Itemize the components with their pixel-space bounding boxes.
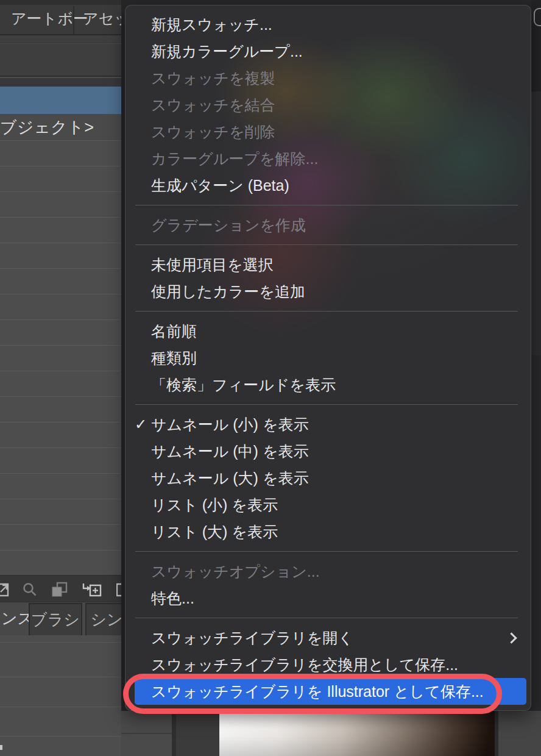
menu-separator (135, 311, 518, 312)
menu-item[interactable]: 名前順 (125, 318, 531, 344)
menu-item[interactable]: 「検索」フィールドを表示 (125, 371, 531, 398)
tab-symbols-partial[interactable]: シン (85, 603, 121, 636)
scrollbar-thumb-partial[interactable] (534, 8, 541, 26)
menu-item-label: スウォッチを結合 (151, 95, 275, 115)
menu-item[interactable]: グラデーションを作成 (125, 212, 531, 238)
document-area-below-menu (121, 711, 541, 756)
resize-grip-fragment (0, 745, 2, 750)
library-export-icon[interactable] (0, 582, 10, 597)
new-swatch-icon[interactable] (82, 582, 102, 597)
right-panel-column (495, 711, 541, 756)
new-color-group-icon[interactable] (51, 582, 68, 597)
menu-item-label: スウォッチライブラリを交換用として保存... (151, 655, 458, 675)
annotation-highlight-ring (123, 674, 502, 714)
tab-assets[interactable]: アセッ (83, 5, 121, 34)
checkmark-icon: ✓ (135, 416, 147, 433)
panel-header-strip (0, 35, 121, 43)
menu-item[interactable]: 未使用項目を選択 (125, 251, 531, 278)
menu-item[interactable]: 新規スウォッチ... (125, 11, 531, 38)
pasteboard-strip (176, 711, 219, 756)
menu-separator (135, 404, 518, 405)
menu-item[interactable]: スウォッチオプション... (125, 558, 531, 585)
panel-border (172, 711, 176, 756)
menu-item[interactable]: スウォッチを結合 (125, 91, 531, 118)
empty-swatch-rows (0, 635, 121, 756)
menu-item[interactable]: 生成パターン (Beta) (125, 172, 531, 199)
menu-item-label: スウォッチオプション... (151, 562, 320, 582)
menu-item[interactable]: カラーグループを解除... (125, 145, 531, 172)
menu-item[interactable]: ✓サムネール (小) を表示 (125, 411, 531, 438)
menu-item-label: リスト (大) を表示 (151, 522, 278, 542)
menu-item[interactable]: 特色... (125, 585, 531, 612)
panel-icon-bar (0, 575, 121, 602)
menu-item-label: サムネール (大) を表示 (151, 468, 308, 488)
tab-brushes[interactable]: ブラシ (29, 603, 82, 636)
swatches-panel-context-menu: 新規スウォッチ...新規カラーグループ...スウォッチを複製スウォッチを結合スウ… (125, 5, 531, 711)
menu-item-label: 特色... (151, 588, 194, 608)
menu-separator (135, 205, 518, 205)
menu-item-label: グラデーションを作成 (151, 215, 306, 235)
menu-item[interactable]: 使用したカラーを追加 (125, 278, 531, 305)
background-panel-edge (531, 0, 541, 711)
panel-gap-strip (0, 78, 121, 87)
menu-item-label: カラーグループを解除... (151, 149, 318, 169)
menu-separator (135, 244, 518, 245)
menu-item-list: 新規スウォッチ...新規カラーグループ...スウォッチを複製スウォッチを結合スウ… (125, 5, 531, 711)
menu-item-label: スウォッチを複製 (151, 68, 275, 88)
menu-item-label: スウォッチを削除 (151, 122, 275, 142)
submenu-chevron-icon (506, 632, 517, 643)
menu-item-label: 種類別 (151, 348, 197, 368)
menu-item-label: サムネール (中) を表示 (151, 441, 308, 462)
menu-item-label: 新規スウォッチ... (151, 15, 272, 35)
menu-item-label: 名前順 (151, 321, 197, 341)
panel-subheader-strip (0, 44, 121, 77)
menu-item-label: 使用したカラーを追加 (151, 282, 305, 302)
left-dock-panel: アートボー アセッ ブジェクト> (0, 0, 121, 756)
menu-item[interactable]: スウォッチを削除 (125, 118, 531, 145)
menu-separator (135, 551, 518, 552)
top-panel-tabbar: アートボー アセッ (0, 0, 121, 35)
menu-item-label: スウォッチライブラリを開く (151, 628, 353, 648)
menu-separator (135, 618, 518, 618)
menu-item-label: 生成パターン (Beta) (151, 176, 289, 196)
panel-column (121, 711, 172, 756)
menu-item-label: 未使用項目を選択 (151, 255, 274, 275)
panel-group-tabbar: ンス ブラシ シン (0, 602, 121, 635)
menu-item[interactable]: スウォッチライブラリを開く (125, 624, 531, 651)
tab-artboards[interactable]: アートボー (11, 5, 88, 34)
menu-item[interactable]: 種類別 (125, 344, 531, 371)
selected-list-row[interactable] (0, 87, 121, 114)
menu-item-label: サムネール (小) を表示 (151, 415, 308, 435)
menu-item[interactable]: リスト (大) を表示 (125, 518, 531, 545)
trash-icon-partial[interactable] (116, 582, 121, 597)
tab-divider (73, 6, 74, 34)
menu-item-label: 新規カラーグループ... (151, 41, 303, 62)
menu-item[interactable]: サムネール (中) を表示 (125, 438, 531, 465)
menu-item-label: 「検索」フィールドを表示 (151, 375, 336, 395)
menu-item[interactable]: 新規カラーグループ... (125, 38, 531, 65)
illustrator-window: アートボー アセッ ブジェクト> (0, 0, 541, 756)
menu-item[interactable]: リスト (小) を表示 (125, 491, 531, 518)
object-list-row[interactable]: ブジェクト> (0, 114, 121, 141)
menu-item[interactable]: サムネール (大) を表示 (125, 465, 531, 491)
empty-list-rows (0, 141, 121, 575)
menu-item[interactable]: スウォッチを複製 (125, 65, 531, 91)
artwork-image (219, 711, 495, 756)
menu-item-label: リスト (小) を表示 (151, 495, 278, 515)
search-icon[interactable] (22, 582, 38, 597)
